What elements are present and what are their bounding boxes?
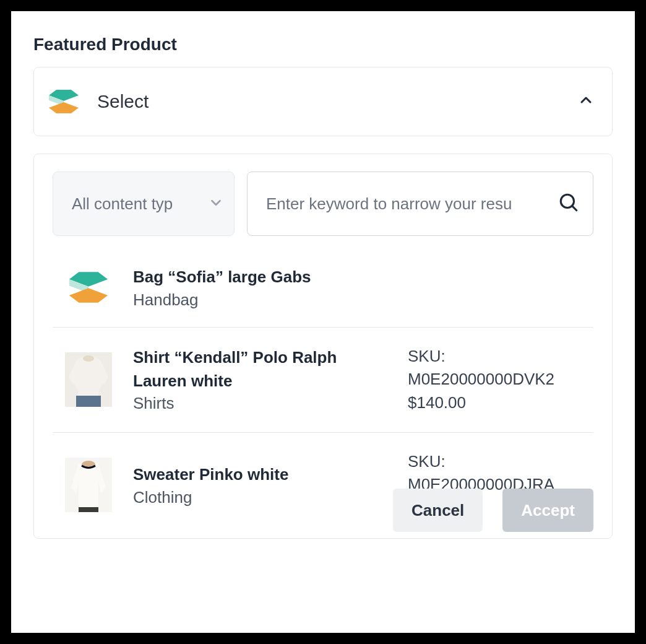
svg-point-11 (83, 355, 94, 362)
product-sku: M0E20000000DVK2 (408, 368, 593, 391)
content-type-filter[interactable]: All content typ (53, 172, 235, 236)
list-item[interactable]: Shirt “Kendall” Polo Ralph Lauren white … (53, 328, 593, 433)
select-panel: All content typ (33, 154, 613, 539)
product-thumb (65, 352, 112, 407)
brand-logo-icon (49, 85, 79, 118)
product-name: Sweater Pinko white (133, 463, 387, 487)
list-item[interactable]: Bag “Sofia” large Gabs Handbag (53, 253, 593, 328)
product-category: Shirts (133, 394, 387, 413)
chevron-down-icon (209, 194, 223, 214)
product-price: $140.00 (408, 391, 593, 415)
svg-rect-10 (76, 396, 101, 407)
select-label: Select (97, 91, 560, 112)
product-category: Handbag (133, 290, 387, 310)
content-type-filter-label: All content typ (72, 194, 203, 214)
product-meta: SKU: M0E20000000DVK2 $140.00 (408, 345, 593, 415)
search-icon (558, 192, 579, 215)
svg-rect-14 (79, 507, 98, 512)
accept-button[interactable]: Accept (502, 489, 593, 532)
product-name: Bag “Sofia” large Gabs (133, 266, 387, 289)
product-thumb (65, 266, 112, 309)
section-title: Featured Product (33, 35, 613, 54)
svg-marker-8 (69, 289, 108, 303)
search-box[interactable] (247, 172, 593, 236)
select-dropdown[interactable]: Select (33, 67, 613, 136)
chevron-up-icon (579, 93, 593, 110)
cancel-button[interactable]: Cancel (393, 489, 483, 532)
svg-line-5 (572, 206, 577, 211)
product-name: Shirt “Kendall” Polo Ralph Lauren white (133, 346, 387, 393)
product-thumb (65, 458, 112, 512)
search-input[interactable] (266, 194, 549, 214)
product-category: Clothing (133, 488, 387, 507)
